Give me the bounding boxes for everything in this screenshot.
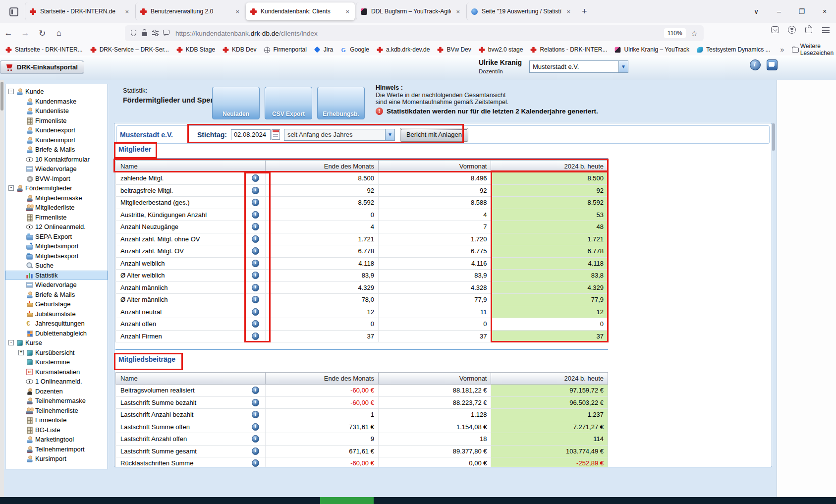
back-icon[interactable]: ← <box>0 28 17 38</box>
tree-expander[interactable]: - <box>8 185 14 191</box>
browser-tab[interactable]: Benutzerverwaltung 2.0 × <box>135 2 245 20</box>
tree-item[interactable]: Mitgliedsexport <box>5 251 108 261</box>
tree-expander[interactable]: + <box>18 350 24 355</box>
info-icon[interactable] <box>252 211 259 219</box>
info-icon[interactable] <box>252 272 259 279</box>
zoom-level-badge[interactable]: 110% <box>664 28 686 38</box>
pocket-icon[interactable] <box>771 25 780 35</box>
browser-tab[interactable]: DDL Bugfarm – YouTrack-Agile × <box>356 2 465 20</box>
info-icon[interactable] <box>252 320 259 328</box>
tree-item[interactable]: Kursmaterialien <box>5 367 108 377</box>
forward-icon[interactable]: → <box>17 28 34 38</box>
tree-item[interactable]: BG-Liste <box>5 425 108 435</box>
tree-item[interactable]: - Kunde <box>5 87 108 97</box>
app-switch-icon[interactable] <box>767 59 778 70</box>
tree-item[interactable]: Kundenimport <box>5 135 108 145</box>
bookmark-item[interactable]: Google <box>340 46 369 54</box>
list-all-tabs-icon[interactable]: ∨ <box>745 7 768 15</box>
tree-item[interactable]: Jahresquittungen <box>5 319 108 329</box>
lock-icon[interactable] <box>140 29 151 37</box>
tree-item[interactable]: Teilnehmermaske <box>5 396 108 406</box>
tree-item[interactable]: Geburtstage <box>5 299 108 309</box>
tree-item[interactable]: Teilnehmerimport <box>5 445 108 454</box>
organization-select[interactable]: Musterstadt e.V. ▼ <box>529 60 628 73</box>
extensions-icon[interactable] <box>804 25 814 35</box>
tree-item[interactable]: Wiedervorlage <box>5 280 108 290</box>
toolbar-button[interactable]: DRK-Einkaufsportal <box>0 60 83 74</box>
info-icon[interactable] <box>252 333 259 340</box>
tree-item[interactable]: Wiedervorlage <box>5 164 108 174</box>
bookmark-item[interactable]: KDB Stage <box>176 46 215 54</box>
action-button[interactable]: CSV Export <box>265 87 312 119</box>
permissions-icon[interactable] <box>151 29 162 37</box>
info-icon[interactable] <box>252 284 259 291</box>
tree-item[interactable]: Kundenexport <box>5 125 108 135</box>
info-icon[interactable] <box>252 223 259 230</box>
page-actions-icon[interactable] <box>162 29 172 37</box>
info-icon[interactable] <box>252 187 259 194</box>
tree-item[interactable]: Mitgliedsimport <box>5 241 108 251</box>
info-icon[interactable] <box>252 260 259 267</box>
chevron-down-icon[interactable]: ▼ <box>618 61 628 72</box>
tab-close-icon[interactable]: × <box>234 8 241 15</box>
tree-item[interactable]: 12 Onlineanmeld. <box>5 222 108 232</box>
info-icon[interactable] <box>252 459 259 467</box>
tree-item[interactable]: Mitgliederliste <box>5 203 108 213</box>
bookmark-item[interactable]: Testsystem Dynamics ... <box>696 46 770 54</box>
bookmark-item[interactable]: Startseite - DRK-INTER... <box>5 46 83 54</box>
chevron-down-icon[interactable]: ▼ <box>385 129 394 140</box>
tree-item[interactable]: Dublettenabgleich <box>5 329 108 338</box>
tree-item[interactable]: SEPA Export <box>5 232 108 242</box>
url-bar[interactable]: https://kundendatenbank.drk-db.de/client… <box>125 25 704 41</box>
info-icon[interactable] <box>252 399 259 406</box>
account-icon[interactable] <box>787 25 797 35</box>
info-icon[interactable] <box>252 387 259 394</box>
bookmark-item[interactable]: Jira <box>314 46 333 54</box>
tree-item[interactable]: Firmenliste <box>5 415 108 425</box>
bookmark-item[interactable]: KDB Dev <box>222 46 256 54</box>
bookmark-item[interactable]: a.kdb.drk-dev.de <box>376 46 430 54</box>
bookmark-item[interactable]: DRK-Service – DRK-Ser... <box>90 46 169 54</box>
maximize-icon[interactable]: ❐ <box>790 7 813 15</box>
info-icon[interactable] <box>252 448 259 455</box>
close-icon[interactable]: × <box>813 7 836 15</box>
tree-expander[interactable]: - <box>8 89 14 94</box>
tree-item[interactable]: Kundenmaske <box>5 97 108 107</box>
bookmark-item[interactable]: Ulrike Kranig – YouTrack <box>614 46 689 54</box>
stichtag-date-input[interactable]: 02.08.2024 <box>231 129 271 140</box>
tree-item[interactable]: Briefe & Mails <box>5 290 108 300</box>
tab-close-icon[interactable]: × <box>565 8 572 15</box>
info-icon[interactable] <box>252 199 259 206</box>
calendar-icon[interactable] <box>272 129 280 140</box>
reload-icon[interactable]: ↻ <box>34 28 51 39</box>
tree-item[interactable]: Firmenliste <box>5 116 108 126</box>
browser-tab[interactable]: Startseite - DRK-INTERN.de × <box>25 2 134 20</box>
browser-tab[interactable]: Seite "19 Auswertung / Statistik × <box>466 2 576 20</box>
menu-icon[interactable] <box>821 25 831 35</box>
tree-expander[interactable]: - <box>8 340 14 345</box>
bookmark-star-icon[interactable]: ☆ <box>691 29 698 38</box>
info-icon[interactable] <box>252 435 259 443</box>
info-icon[interactable] <box>252 247 259 255</box>
bookmark-item[interactable]: BVw Dev <box>437 46 471 54</box>
bookmark-item[interactable]: Relations - DRK-INTER... <box>530 46 607 54</box>
tree-item[interactable]: Kundenliste <box>5 106 108 116</box>
info-icon[interactable] <box>252 423 259 431</box>
info-icon[interactable] <box>252 174 259 182</box>
more-bookmarks[interactable]: Weitere Lesezeichen <box>792 43 836 56</box>
tree-item[interactable]: Suche <box>5 261 108 271</box>
info-icon[interactable] <box>750 59 761 70</box>
tree-item[interactable]: Jubiläumsliste <box>5 309 108 319</box>
tree-item[interactable]: 10 Kontaktformular <box>5 155 108 165</box>
tree-item[interactable]: Kursimport <box>5 454 108 464</box>
new-tab-button[interactable]: + <box>577 5 592 18</box>
period-select[interactable]: seit Anfang des Jahres ▼ <box>284 129 395 141</box>
tree-item[interactable]: BVW-Import <box>5 174 108 184</box>
tree-item[interactable]: Firmenliste <box>5 213 108 223</box>
tree-item[interactable]: Teilnehmerliste <box>5 406 108 416</box>
bookmarks-overflow-icon[interactable]: » <box>780 46 784 54</box>
info-icon[interactable] <box>252 411 259 418</box>
home-icon[interactable]: ⌂ <box>51 28 67 38</box>
left-scrollbar[interactable] <box>0 80 4 497</box>
bookmark-item[interactable]: Firmenportal <box>263 46 306 54</box>
